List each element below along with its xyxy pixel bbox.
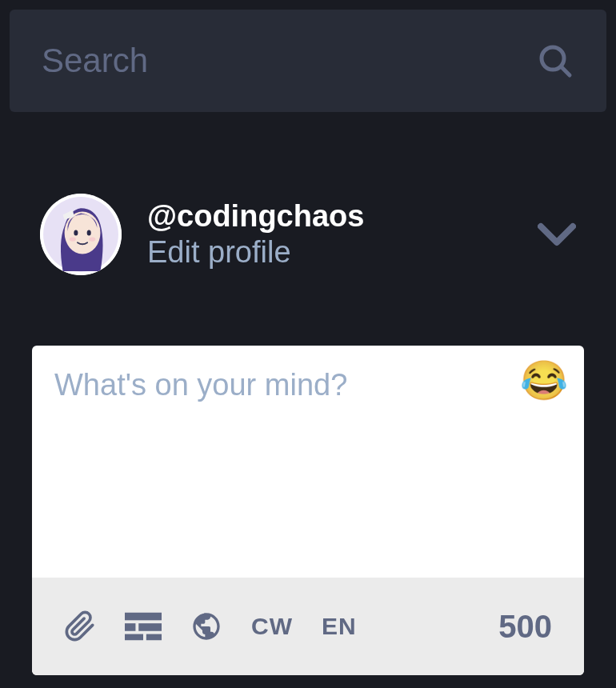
edit-profile-link[interactable]: Edit profile [147, 235, 291, 269]
svg-rect-10 [125, 623, 135, 631]
content-warning-button[interactable]: CW [251, 613, 293, 640]
attach-button[interactable] [64, 610, 96, 642]
visibility-button[interactable] [190, 610, 222, 642]
laughing-emoji-icon: 😂 [520, 359, 568, 402]
profile-header: @codingchaos Edit profile [0, 122, 616, 275]
svg-point-6 [87, 230, 91, 235]
svg-point-7 [70, 238, 76, 242]
profile-info: @codingchaos Edit profile [147, 199, 538, 270]
poll-icon [125, 612, 162, 641]
toolbar-left: CW EN [64, 610, 357, 642]
svg-point-5 [74, 230, 78, 235]
poll-button[interactable] [125, 612, 162, 641]
svg-rect-11 [138, 623, 162, 631]
paperclip-icon [64, 610, 96, 642]
compose-area: 😂 [32, 346, 584, 578]
svg-rect-13 [146, 634, 162, 641]
svg-point-8 [89, 238, 95, 242]
svg-line-1 [562, 67, 570, 75]
globe-icon [190, 610, 222, 642]
search-input[interactable] [42, 42, 536, 80]
search-bar[interactable] [10, 10, 606, 112]
emoji-picker-button[interactable]: 😂 [520, 362, 565, 406]
svg-rect-9 [125, 613, 162, 621]
search-icon [536, 42, 574, 80]
character-count: 500 [498, 609, 552, 645]
avatar[interactable] [40, 194, 122, 275]
username: @codingchaos [147, 199, 538, 234]
compose-textarea[interactable] [54, 368, 506, 437]
compose-box: 😂 CW [32, 346, 584, 675]
compose-toolbar: CW EN 500 [32, 578, 584, 675]
language-button[interactable]: EN [322, 613, 357, 640]
svg-rect-12 [125, 634, 143, 641]
chevron-down-icon[interactable] [538, 222, 576, 246]
